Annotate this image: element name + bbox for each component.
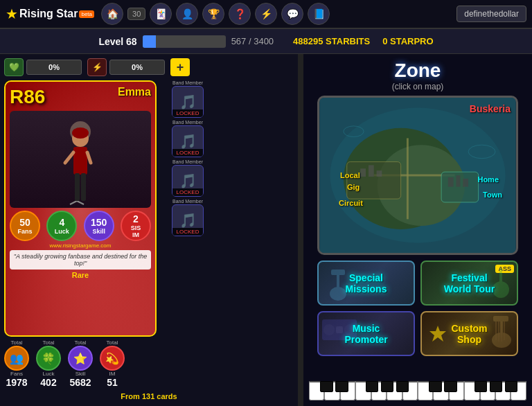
cards-icon[interactable]: 🃏 xyxy=(150,3,172,25)
bottom-stats: Total 👥 Fans 1978 Total 🍀 Luck 402 Total… xyxy=(4,337,294,391)
festival-world-tour-label: FestivalWorld Tour xyxy=(444,272,495,294)
svg-rect-39 xyxy=(493,316,508,321)
fans-stat: 50 Fans xyxy=(10,211,40,241)
profile-icon[interactable]: 👤 xyxy=(176,3,198,25)
svg-line-2 xyxy=(70,201,77,204)
svg-point-6 xyxy=(72,127,89,139)
total-skill-stat: Total ⭐ Skill 5682 xyxy=(68,339,93,388)
music-promoter-label: MusicPromoter xyxy=(344,323,387,345)
card-website: www.risingstargame.com xyxy=(10,242,151,249)
logo[interactable]: ★ Rising Star beta xyxy=(6,6,94,22)
custom-shop-button[interactable]: CustomShop xyxy=(420,311,518,356)
star-icon: ★ xyxy=(6,6,18,22)
beta-badge: beta xyxy=(79,10,94,18)
nav-counter[interactable]: 30 xyxy=(127,8,145,20)
piano-key-black xyxy=(444,381,457,392)
svg-rect-30 xyxy=(331,270,345,275)
band-slot-3[interactable]: Band Member 🎵 LOCKED xyxy=(161,159,215,197)
local-label[interactable]: Local xyxy=(340,171,360,179)
energy-bar: 0% xyxy=(109,60,165,75)
svg-rect-19 xyxy=(347,162,401,200)
band-slot-1[interactable]: Band Member 🎵 LOCKED xyxy=(161,80,215,118)
gig-label[interactable]: Gig xyxy=(347,183,360,191)
energy-percent: 0% xyxy=(132,63,143,71)
locked-badge-4: LOCKED xyxy=(172,228,203,236)
total-label-skill: Total xyxy=(75,339,87,346)
nav-icon-group: 🏠 30 🃏 👤 🏆 ❓ ⚡ 💬 📘 xyxy=(101,3,330,25)
svg-marker-44 xyxy=(429,326,446,342)
right-panel: Zone (click on map) xyxy=(303,54,532,406)
fans-bottom-label: Fans xyxy=(10,371,23,377)
zone-map[interactable]: Buskeria Local Gig Circuit Home Town xyxy=(317,96,518,255)
lightning-icon: ⚡ xyxy=(87,58,107,76)
band-label-2: Band Member xyxy=(172,120,203,125)
plus-button[interactable]: + xyxy=(170,58,190,76)
im-total-value: 51 xyxy=(107,377,118,388)
card-header: R86 Emma xyxy=(10,86,151,108)
skill-stat: 150 Skill xyxy=(84,211,114,241)
home-label[interactable]: Home xyxy=(477,175,499,184)
music-promoter-button[interactable]: MusicPromoter xyxy=(317,311,415,356)
total-fans-stat: Total 👥 Fans 1978 xyxy=(4,339,29,388)
total-luck-stat: Total 🍀 Luck 402 xyxy=(36,339,61,388)
facebook-icon[interactable]: 📘 xyxy=(308,3,330,25)
skill-icon: ⭐ xyxy=(68,346,93,371)
total-label-im: Total xyxy=(107,339,118,346)
locked-badge-1: LOCKED xyxy=(172,109,203,117)
character-card[interactable]: R86 Emma xyxy=(4,80,157,337)
svg-line-3 xyxy=(77,201,84,204)
band-label-1: Band Member xyxy=(172,80,203,85)
town-label[interactable]: Town xyxy=(483,191,502,199)
app-title: Rising Star xyxy=(19,8,78,20)
xp-bar-fill xyxy=(143,35,156,48)
special-missions-button[interactable]: SpecialMissions xyxy=(317,261,415,306)
band-slot-4[interactable]: Band Member 🎵 LOCKED xyxy=(161,199,215,236)
card-stats: 50 Fans 4 Luck 150 Skill 2 SIS IM xyxy=(10,211,151,241)
starbits-value: 488295 STARBITS xyxy=(293,36,370,46)
left-panel: 💚 0% ⚡ 0% + R86 E xyxy=(0,54,298,406)
band-label-4: Band Member xyxy=(172,199,203,204)
lightning-nav-icon[interactable]: ⚡ xyxy=(255,3,277,25)
piano-key-black xyxy=(366,381,379,392)
svg-rect-25 xyxy=(463,179,468,187)
discord-icon[interactable]: 💬 xyxy=(281,3,303,25)
luck-stat: 4 Luck xyxy=(46,211,77,241)
band-slot-2[interactable]: Band Member 🎵 LOCKED xyxy=(161,120,215,157)
starpro-value: 0 STARPRO xyxy=(382,36,433,46)
band-icon-4[interactable]: 🎵 LOCKED xyxy=(172,204,204,236)
luck-icon: 🍀 xyxy=(36,346,61,371)
special-missions-label: SpecialMissions xyxy=(346,272,387,294)
band-members-panel: Band Member 🎵 LOCKED Band Member 🎵 LOCKE… xyxy=(161,80,216,337)
total-label-fans: Total xyxy=(11,339,23,346)
main-layout: 💚 0% ⚡ 0% + R86 E xyxy=(0,54,532,406)
band-label-3: Band Member xyxy=(172,159,203,164)
card-rarity: Rare xyxy=(10,271,151,279)
trophy-icon[interactable]: 🏆 xyxy=(202,3,224,25)
band-icon-2[interactable]: 🎵 LOCKED xyxy=(172,125,204,157)
help-icon[interactable]: ❓ xyxy=(229,3,251,25)
skill-total-value: 5682 xyxy=(69,377,91,388)
card-image xyxy=(10,111,151,208)
locked-badge-3: LOCKED xyxy=(172,188,203,196)
piano-key-black xyxy=(429,381,442,392)
svg-rect-21 xyxy=(369,165,374,177)
circuit-label[interactable]: Circuit xyxy=(339,199,363,207)
locked-badge-2: LOCKED xyxy=(172,149,203,157)
level-bar: Level 68 567 / 3400 488295 STARBITS 0 ST… xyxy=(0,29,532,54)
home-icon[interactable]: 🏠 xyxy=(101,3,123,25)
health-bar: 0% xyxy=(26,60,82,75)
from-cards-label: From 131 cards xyxy=(4,391,294,402)
card-quote: "A steadily growing fanbase and destined… xyxy=(10,250,151,270)
luck-total-value: 402 xyxy=(40,377,56,388)
card-name: Emma xyxy=(118,86,151,98)
band-icon-3[interactable]: 🎵 LOCKED xyxy=(172,165,204,197)
user-badge[interactable]: definethedollar xyxy=(456,6,526,22)
band-icon-1[interactable]: 🎵 LOCKED xyxy=(172,86,204,118)
im-stat: 2 SIS IM xyxy=(121,211,151,241)
skill-bottom-label: Skill xyxy=(76,371,86,377)
piano-key-black xyxy=(490,381,503,392)
panel-divider xyxy=(298,54,303,406)
svg-rect-23 xyxy=(448,177,454,187)
top-navigation: ★ Rising Star beta 🏠 30 🃏 👤 🏆 ❓ ⚡ 💬 📘 de… xyxy=(0,0,532,29)
festival-world-tour-button[interactable]: ASS FestivalWorld Tour xyxy=(420,261,518,306)
